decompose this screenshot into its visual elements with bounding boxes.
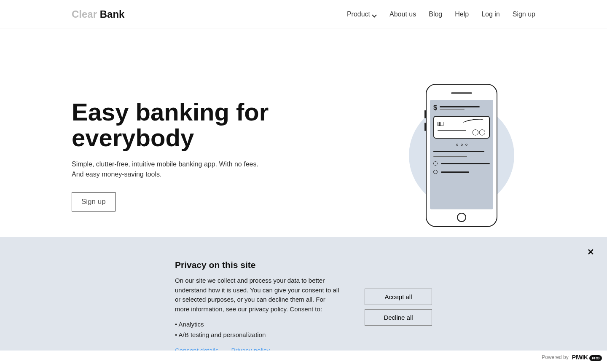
consent-bullet-abtesting: • A/B testing and personalization (175, 331, 339, 338)
chevron-down-icon (373, 12, 377, 16)
consent-text: On our site we collect and process your … (175, 276, 339, 314)
hero-section: Easy banking for everybody Simple, clutt… (0, 29, 607, 240)
phone-side-button (424, 123, 426, 131)
main-nav: Product About us Blog Help Log in Sign u… (347, 11, 535, 18)
text-line (440, 109, 465, 110)
list-row (433, 161, 490, 166)
consent-content: Privacy on this site On our site we coll… (65, 260, 542, 354)
text-line (433, 151, 484, 152)
hero-subtitle: Simple, clutter-free, intuitive mobile b… (72, 159, 266, 179)
consent-actions: Accept all Decline all (365, 289, 432, 326)
logo[interactable]: Clear Bank (72, 8, 124, 20)
card-logo-icon: ◯◯ (472, 128, 486, 135)
phone-illustration: $ ◯◯ (426, 84, 497, 227)
text-line (440, 106, 480, 107)
dot-icon (465, 144, 467, 146)
logo-bank: Bank (100, 8, 125, 20)
bullet-icon (433, 161, 438, 166)
nav-product-label: Product (347, 11, 370, 18)
powered-by: Powered by PIWIK PRO (0, 351, 607, 364)
credit-card-illustration: ◯◯ (433, 116, 490, 139)
nav-login[interactable]: Log in (481, 11, 500, 18)
nav-help[interactable]: Help (455, 11, 469, 18)
header: Clear Bank Product About us Blog Help Lo… (0, 0, 607, 29)
phone-side-button (424, 110, 426, 118)
powered-label: Powered by (542, 354, 568, 360)
bullet-icon (433, 170, 438, 174)
hero-title: Easy banking for everybody (72, 99, 299, 151)
consent-left: Privacy on this site On our site we coll… (175, 260, 339, 354)
nav-blog[interactable]: Blog (429, 11, 442, 18)
hero-image: $ ◯◯ (388, 71, 535, 240)
hero-text: Easy banking for everybody Simple, clutt… (72, 99, 299, 211)
card-chip-icon (438, 122, 443, 126)
phone-speaker (451, 92, 472, 94)
pagination-dots (433, 144, 490, 146)
phone-home-button-icon (457, 213, 466, 222)
piwik-logo[interactable]: PIWIK PRO (572, 354, 602, 361)
piwik-pro-badge: PRO (589, 355, 602, 361)
card-swoosh (462, 118, 484, 126)
list-row (433, 170, 490, 174)
text-line (441, 171, 469, 173)
piwik-brand: PIWIK (572, 354, 588, 361)
dollar-icon: $ (433, 104, 437, 112)
text-line (433, 156, 467, 157)
text-line (438, 130, 466, 131)
consent-bullet-analytics: • Analytics (175, 321, 339, 328)
logo-clear: Clear (72, 8, 97, 20)
consent-title: Privacy on this site (175, 260, 339, 270)
nav-about[interactable]: About us (389, 11, 416, 18)
phone-screen: $ ◯◯ (430, 100, 493, 209)
decline-all-button[interactable]: Decline all (365, 309, 432, 326)
dot-icon (456, 144, 458, 146)
signup-button[interactable]: Sign up (72, 192, 115, 211)
nav-signup[interactable]: Sign up (513, 11, 535, 18)
consent-bullets: • Analytics • A/B testing and personaliz… (175, 321, 339, 338)
close-button[interactable]: ✕ (587, 247, 594, 257)
accept-all-button[interactable]: Accept all (365, 289, 432, 305)
dot-icon (461, 144, 463, 146)
consent-banner: ✕ Privacy on this site On our site we co… (0, 237, 607, 364)
nav-product[interactable]: Product (347, 11, 377, 18)
screen-header: $ (433, 104, 490, 112)
text-line (441, 163, 490, 164)
